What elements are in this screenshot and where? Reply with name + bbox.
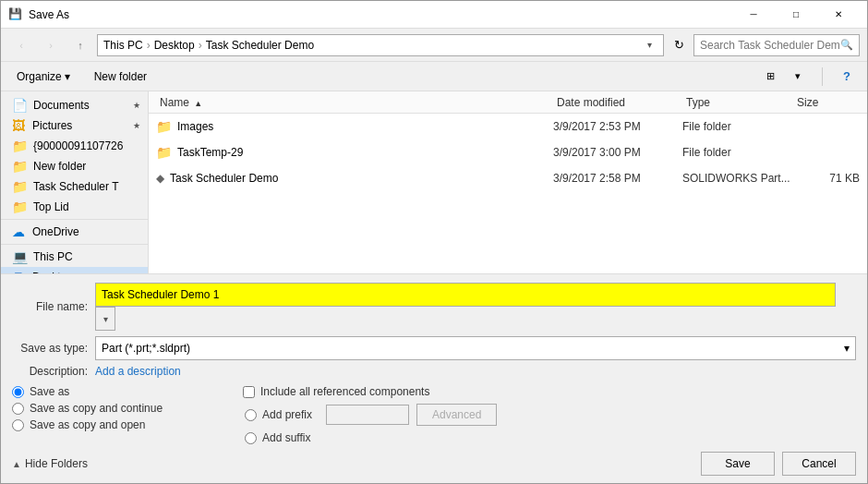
cancel-button[interactable]: Cancel — [782, 452, 856, 476]
sidebar-item-pictures[interactable]: 🖼 Pictures ★ — [1, 115, 148, 136]
help-button[interactable]: ? — [834, 66, 860, 88]
sidebar-item-desktop[interactable]: 🖥 Desktop — [1, 267, 148, 273]
savetype-value: Part (*.prt;*.sldprt) — [102, 342, 190, 355]
up-button[interactable]: ↑ — [67, 32, 93, 58]
add-prefix-radio[interactable]: Add prefix — [245, 408, 319, 421]
save-option-group: Save as Save as copy and continue Save a… — [12, 385, 215, 431]
sidebar-item-task-scheduler[interactable]: 📁 Task Scheduler T — [1, 176, 148, 197]
save-copy-continue-radio[interactable]: Save as copy and continue — [12, 402, 215, 415]
maximize-button[interactable]: □ — [775, 1, 817, 29]
filename-dropdown-button[interactable]: ▾ — [95, 307, 115, 331]
file-type-images: File folder — [682, 120, 793, 133]
description-label: Description: — [12, 365, 95, 378]
col-header-size[interactable]: Size — [793, 96, 867, 109]
search-box[interactable]: 🔍 — [693, 34, 860, 56]
file-size-task-scheduler-demo: 71 KB — [793, 172, 867, 185]
add-suffix-label: Add suffix — [262, 431, 310, 444]
save-copy-open-radio-input[interactable] — [12, 419, 24, 431]
tasktemp-folder-icon: 📁 — [156, 145, 172, 160]
sidebar-label-documents: Documents — [33, 99, 90, 112]
address-dropdown-button[interactable]: ▾ — [641, 35, 657, 55]
sidebar-item-documents[interactable]: 📄 Documents ★ — [1, 95, 148, 115]
this-pc-icon: 💻 — [12, 249, 28, 264]
main-content: 📄 Documents ★ 🖼 Pictures ★ 📁 {9000009110… — [1, 91, 867, 273]
description-row: Description: Add a description — [1, 363, 867, 380]
options-row: Save as Save as copy and continue Save a… — [1, 380, 867, 450]
organize-button[interactable]: Organize ▾ — [8, 67, 78, 87]
col-header-type[interactable]: Type — [682, 96, 793, 109]
onedrive-icon: ☁ — [12, 224, 27, 239]
include-referenced-label: Include all referenced components — [260, 385, 429, 398]
advanced-button[interactable]: Advanced — [416, 404, 497, 426]
file-date-images: 3/9/2017 2:53 PM — [553, 120, 682, 133]
address-toolbar: ‹ › ↑ This PC › Desktop › Task Scheduler… — [1, 29, 867, 62]
add-suffix-row: Add suffix — [243, 431, 856, 444]
search-input[interactable] — [700, 39, 840, 52]
col-header-date[interactable]: Date modified — [553, 96, 682, 109]
top-lid-icon: 📁 — [12, 200, 28, 214]
organize-arrow-icon: ▾ — [65, 70, 70, 83]
save-as-dialog: 💾 Save As ─ □ ✕ ‹ › ↑ This PC › Desktop … — [0, 0, 868, 484]
save-copy-open-label: Save as copy and open — [30, 418, 145, 431]
address-bar[interactable]: This PC › Desktop › Task Scheduler Demo … — [97, 34, 664, 56]
include-referenced-input[interactable] — [243, 386, 255, 398]
file-list-header: Name ▲ Date modified Type Size — [149, 91, 867, 114]
file-type-tasktemp: File folder — [682, 146, 793, 159]
filename-label: File name: — [12, 300, 95, 313]
forward-button[interactable]: › — [38, 32, 64, 58]
search-icon: 🔍 — [840, 39, 853, 51]
guid-folder-icon: 📁 — [12, 139, 28, 153]
add-suffix-radio[interactable]: Add suffix — [245, 431, 319, 444]
address-sep-2: › — [199, 39, 202, 52]
col-header-name[interactable]: Name ▲ — [156, 96, 553, 109]
save-as-radio[interactable]: Save as — [12, 385, 215, 398]
sidebar-item-new-folder[interactable]: 📁 New folder — [1, 156, 148, 176]
filename-control: ▾ — [95, 283, 856, 331]
file-row-task-scheduler-demo[interactable]: ◆ Task Scheduler Demo 3/9/2017 2:58 PM S… — [149, 165, 867, 191]
close-button[interactable]: ✕ — [817, 1, 860, 29]
add-prefix-label: Add prefix — [262, 408, 312, 421]
savetype-control: Part (*.prt;*.sldprt) ▾ — [95, 336, 856, 360]
save-button[interactable]: Save — [701, 452, 775, 476]
sidebar-arrow-pictures: ★ — [133, 121, 140, 130]
minimize-button[interactable]: ─ — [732, 1, 775, 29]
new-folder-button[interactable]: New folder — [86, 67, 155, 87]
sidebar-divider-1 — [1, 219, 148, 220]
add-suffix-radio-input[interactable] — [245, 432, 257, 444]
refresh-button[interactable]: ↻ — [668, 34, 690, 56]
solidworks-file-icon: ◆ — [156, 172, 164, 185]
save-as-radio-input[interactable] — [12, 386, 24, 398]
sidebar-item-onedrive[interactable]: ☁ OneDrive — [1, 222, 148, 242]
hide-folders-row[interactable]: ▲ Hide Folders — [12, 457, 88, 470]
add-description-link[interactable]: Add a description — [95, 365, 181, 378]
sidebar-label-this-pc: This PC — [33, 250, 73, 263]
address-desktop: Desktop — [154, 39, 195, 52]
savetype-row: Save as type: Part (*.prt;*.sldprt) ▾ — [1, 333, 867, 363]
file-list: Name ▲ Date modified Type Size 📁 Images … — [149, 91, 867, 273]
sidebar-label-pictures: Pictures — [32, 119, 72, 132]
filename-input[interactable] — [95, 283, 836, 307]
file-row-images[interactable]: 📁 Images 3/9/2017 2:53 PM File folder — [149, 114, 867, 139]
sidebar-item-guid-folder[interactable]: 📁 {90000091107726 — [1, 136, 148, 156]
file-date-task-scheduler-demo: 3/9/2017 2:58 PM — [553, 172, 682, 185]
sort-arrow-icon: ▲ — [194, 99, 202, 108]
hide-folders-label: Hide Folders — [25, 457, 88, 470]
sidebar-label-new-folder: New folder — [33, 160, 86, 173]
prefix-input[interactable] — [326, 405, 409, 425]
window-title: Save As — [29, 8, 732, 21]
include-referenced-checkbox[interactable]: Include all referenced components — [243, 385, 856, 398]
new-folder-icon: 📁 — [12, 159, 28, 174]
back-button[interactable]: ‹ — [8, 32, 34, 58]
add-prefix-row: Add prefix Advanced — [243, 404, 856, 426]
save-copy-open-radio[interactable]: Save as copy and open — [12, 418, 215, 431]
add-prefix-radio-input[interactable] — [245, 409, 257, 421]
file-row-tasktemp[interactable]: 📁 TaskTemp-29 3/9/2017 3:00 PM File fold… — [149, 139, 867, 165]
save-copy-continue-radio-input[interactable] — [12, 403, 24, 415]
filename-row: File name: ▾ — [1, 280, 867, 333]
sidebar-item-top-lid[interactable]: 📁 Top Lid — [1, 197, 148, 217]
bottom-panel: File name: ▾ Save as type: Part (*.prt;*… — [1, 273, 867, 483]
savetype-select[interactable]: Part (*.prt;*.sldprt) ▾ — [95, 336, 856, 360]
view-dropdown-button[interactable]: ▾ — [785, 66, 811, 88]
view-toggle-button[interactable]: ⊞ — [757, 66, 783, 88]
sidebar-item-this-pc[interactable]: 💻 This PC — [1, 247, 148, 267]
